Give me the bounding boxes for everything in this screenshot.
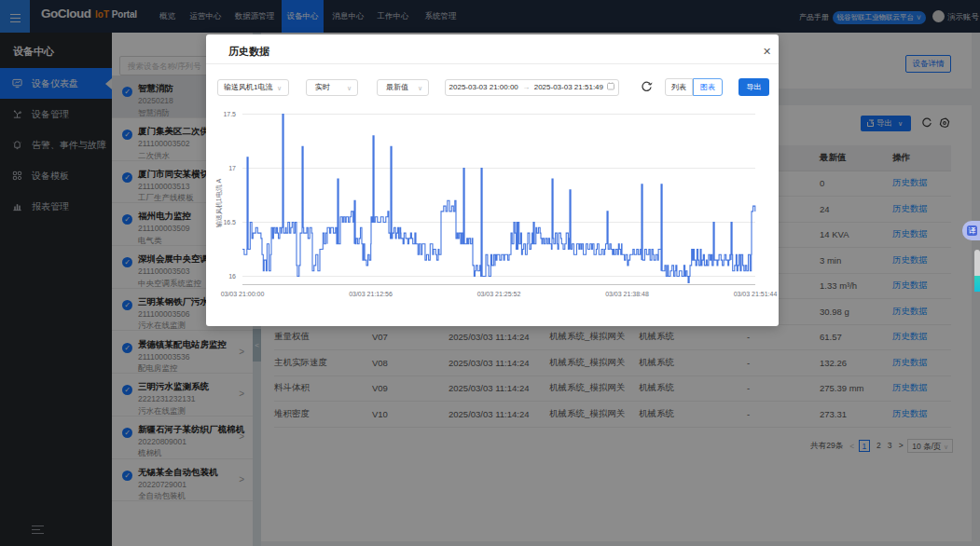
svg-text:03/03 21:51:44: 03/03 21:51:44 <box>734 291 778 297</box>
svg-text:输送风机1电流 A: 输送风机1电流 A <box>215 178 223 227</box>
svg-text:17.5: 17.5 <box>223 111 236 117</box>
svg-text:03/03 21:38:48: 03/03 21:38:48 <box>605 291 649 297</box>
svg-text:16.5: 16.5 <box>223 219 236 225</box>
svg-text:03/03 21:25:52: 03/03 21:25:52 <box>477 291 521 297</box>
svg-text:16: 16 <box>228 273 236 280</box>
svg-text:03/03 21:00:00: 03/03 21:00:00 <box>221 291 265 297</box>
svg-text:17: 17 <box>228 165 236 171</box>
svg-text:03/03 21:12:56: 03/03 21:12:56 <box>349 291 393 297</box>
